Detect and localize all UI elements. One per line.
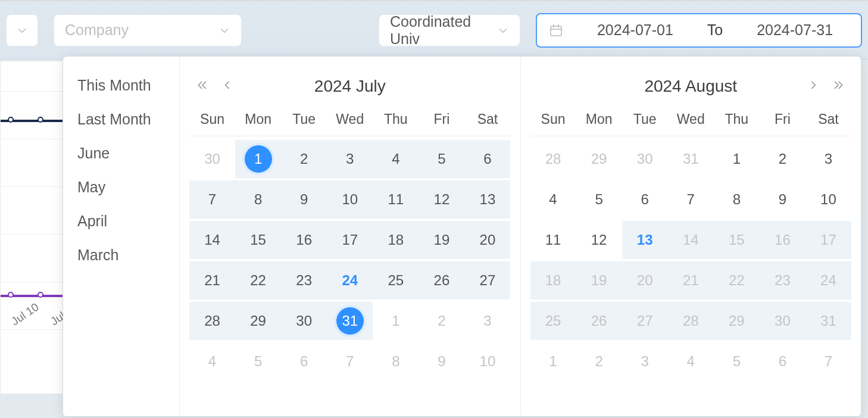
month-title[interactable]: 2024 July [314,77,386,96]
day-cell[interactable]: 29 [714,302,760,340]
next-year-button[interactable] [830,77,847,93]
day-cell[interactable]: 4 [373,140,419,178]
day-cell[interactable]: 29 [576,140,622,178]
day-cell[interactable]: 17 [327,221,373,259]
day-cell[interactable]: 11 [373,180,419,219]
day-cell[interactable]: 25 [373,261,419,300]
day-cell[interactable]: 14 [189,221,235,259]
day-cell[interactable]: 1 [373,302,419,340]
shortcut-item[interactable]: April [63,204,179,238]
day-cell[interactable]: 28 [530,140,576,178]
day-cell[interactable]: 7 [668,180,714,219]
day-cell[interactable]: 13 [464,180,510,219]
day-cell[interactable]: 7 [327,342,373,380]
day-cell[interactable]: 5 [235,342,281,380]
day-cell[interactable]: 6 [760,342,805,380]
day-cell[interactable]: 16 [760,221,805,259]
date-range-input[interactable]: 2024-07-01 To 2024-07-31 [536,13,862,48]
day-cell[interactable]: 24 [805,261,851,300]
day-cell[interactable]: 18 [530,261,576,300]
day-cell[interactable]: 10 [464,342,510,380]
day-cell[interactable]: 21 [189,261,235,300]
day-cell[interactable]: 11 [530,221,576,259]
month-title[interactable]: 2024 August [644,77,737,96]
day-cell[interactable]: 30 [281,302,327,340]
day-cell[interactable]: 20 [464,221,510,259]
day-cell[interactable]: 27 [622,302,668,340]
day-cell[interactable]: 5 [419,140,464,178]
day-cell[interactable]: 2 [419,302,464,340]
day-cell[interactable]: 1 [714,140,760,178]
day-cell[interactable]: 14 [668,221,714,259]
day-cell[interactable]: 16 [281,221,327,259]
prev-month-button[interactable] [219,77,236,93]
timezone-select[interactable]: Coordinated Univ [379,14,520,46]
day-cell[interactable]: 23 [760,261,805,300]
next-month-button[interactable] [805,77,822,93]
day-cell[interactable]: 4 [668,342,714,380]
day-cell[interactable]: 4 [530,180,576,219]
day-cell[interactable]: 28 [189,302,235,340]
shortcut-item[interactable]: This Month [63,68,179,102]
day-cell[interactable]: 3 [622,342,668,380]
day-cell[interactable]: 5 [576,180,622,219]
day-cell[interactable]: 22 [235,261,281,300]
day-cell[interactable]: 18 [373,221,419,259]
day-cell[interactable]: 3 [327,140,373,178]
day-cell[interactable]: 7 [805,342,851,380]
shortcut-item[interactable]: March [63,238,179,272]
day-cell[interactable]: 21 [668,261,714,300]
day-cell[interactable]: 13 [622,221,668,259]
day-cell[interactable]: 7 [189,180,235,219]
day-cell[interactable]: 9 [760,180,805,219]
day-cell[interactable]: 29 [235,302,281,340]
day-cell[interactable]: 1 [235,140,281,178]
shortcut-item[interactable]: June [63,136,179,170]
day-cell[interactable]: 2 [281,140,327,178]
day-cell[interactable]: 6 [622,180,668,219]
day-cell[interactable]: 30 [622,140,668,178]
shortcut-item[interactable]: Last Month [63,102,179,136]
day-cell[interactable]: 3 [805,140,851,178]
shortcut-item[interactable]: May [63,170,179,204]
day-cell[interactable]: 15 [235,221,281,259]
day-cell[interactable]: 23 [281,261,327,300]
day-cell[interactable]: 12 [419,180,464,219]
day-cell[interactable]: 8 [235,180,281,219]
day-cell[interactable]: 10 [327,180,373,219]
day-cell[interactable]: 30 [760,302,805,340]
day-cell[interactable]: 31 [668,140,714,178]
day-cell[interactable]: 4 [189,342,235,380]
day-cell[interactable]: 30 [189,140,235,178]
day-cell[interactable]: 31 [327,302,373,340]
day-cell[interactable]: 8 [373,342,419,380]
day-cell[interactable]: 17 [805,221,851,259]
filter-dropdown[interactable] [6,14,38,46]
day-cell[interactable]: 1 [530,342,576,380]
day-cell[interactable]: 27 [464,261,510,300]
day-cell[interactable]: 8 [714,180,760,219]
day-cell[interactable]: 9 [281,180,327,219]
day-cell[interactable]: 2 [760,140,805,178]
day-cell[interactable]: 5 [714,342,760,380]
day-cell[interactable]: 15 [714,221,760,259]
day-cell[interactable]: 19 [419,221,464,259]
day-cell[interactable]: 3 [464,302,510,340]
prev-year-button[interactable] [194,77,211,93]
day-cell[interactable]: 2 [576,342,622,380]
day-cell[interactable]: 26 [419,261,464,300]
day-cell[interactable]: 19 [576,261,622,300]
day-cell[interactable]: 28 [668,302,714,340]
company-select[interactable]: Company [54,14,242,46]
day-cell[interactable]: 31 [805,302,851,340]
day-cell[interactable]: 12 [576,221,622,259]
day-cell[interactable]: 6 [281,342,327,380]
day-cell[interactable]: 10 [805,180,851,219]
day-cell[interactable]: 24 [327,261,373,300]
day-cell[interactable]: 20 [622,261,668,300]
day-cell[interactable]: 6 [464,140,510,178]
day-cell[interactable]: 22 [714,261,760,300]
day-cell[interactable]: 25 [530,302,576,340]
day-cell[interactable]: 26 [576,302,622,340]
day-cell[interactable]: 9 [419,342,464,380]
